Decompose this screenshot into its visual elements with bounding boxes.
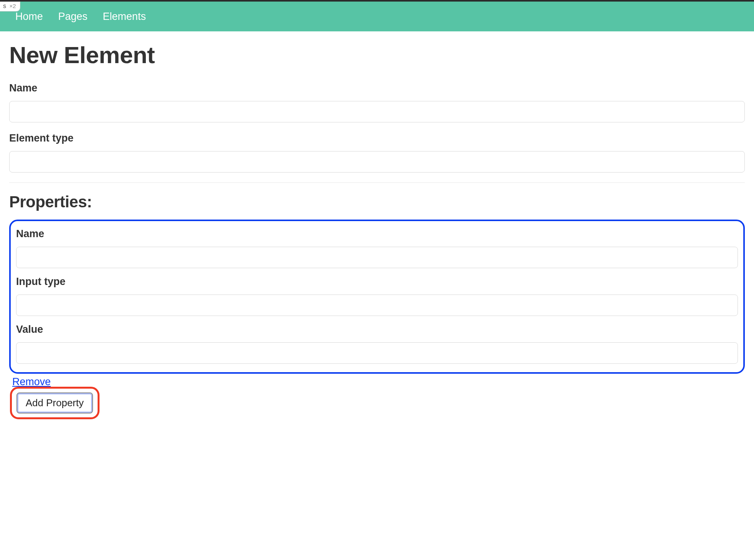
element-type-input[interactable] [9,151,745,173]
browser-tab-label: s [3,3,6,9]
add-property-button[interactable]: Add Property [16,392,93,413]
add-property-highlight: Add Property [10,387,100,419]
property-input-type-group: Input type [16,276,738,316]
remove-property-link[interactable]: Remove [12,376,51,388]
property-value-input[interactable] [16,342,738,364]
nav-pages[interactable]: Pages [58,11,88,23]
main-content: New Element Name Element type Properties… [0,31,754,435]
navbar: Home Pages Elements [0,2,754,31]
property-name-group: Name [16,228,738,268]
browser-tab[interactable]: s ×2 [0,2,20,11]
name-group: Name [9,82,745,122]
page-title: New Element [9,41,745,68]
section-divider [9,182,745,183]
name-label: Name [9,82,745,94]
name-input[interactable] [9,101,745,122]
element-type-group: Element type [9,132,745,173]
property-name-input[interactable] [16,247,738,268]
property-name-label: Name [16,228,738,240]
nav-elements[interactable]: Elements [103,11,146,23]
browser-tab-badge: ×2 [9,3,16,9]
nav-home[interactable]: Home [15,11,43,23]
properties-heading: Properties: [9,193,745,211]
property-input-type-label: Input type [16,276,738,288]
element-type-label: Element type [9,132,745,144]
property-value-group: Value [16,324,738,364]
property-card: Name Input type Value [9,220,745,374]
property-input-type-input[interactable] [16,295,738,316]
property-value-label: Value [16,324,738,335]
